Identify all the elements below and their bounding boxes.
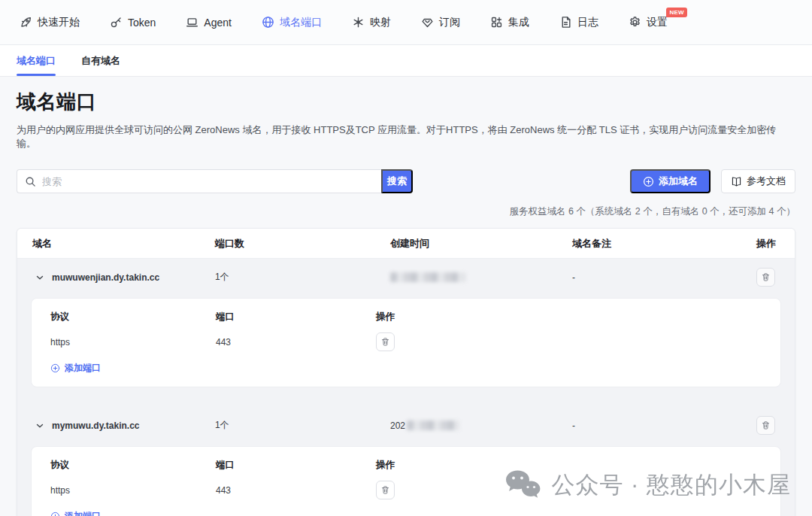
sub-col-protocol: 协议 [50, 311, 216, 332]
button-label: 参考文档 [747, 175, 786, 188]
table-body: muwuwenjian.dy.takin.cc 1个 - 协议 端口 [17, 259, 795, 516]
col-header-actions: 操作 [756, 237, 780, 250]
main-content: 域名端口 为用户的内网应用提供全球可访问的公网 ZeroNews 域名，用于接收… [0, 77, 812, 516]
secondary-tab-bar: 域名端口 自有域名 [0, 45, 812, 77]
table-header-row: 域名 端口数 创建时间 域名备注 操作 [17, 229, 795, 259]
globe-icon [262, 16, 274, 29]
add-port-link[interactable]: 添加端口 [50, 362, 101, 375]
nav-label: 快速开始 [38, 16, 80, 29]
chevron-down-icon[interactable] [35, 420, 45, 431]
tab-own-domains[interactable]: 自有域名 [81, 45, 120, 76]
plus-circle-icon [643, 176, 654, 187]
key-icon [110, 16, 123, 29]
domain-remark: - [572, 272, 756, 283]
rocket-icon [20, 16, 32, 29]
add-port-label: 添加端口 [65, 362, 101, 375]
delete-domain-button[interactable] [756, 268, 775, 287]
port-sub-table: 协议 端口 操作 https 443 [31, 446, 781, 516]
table-row: mymuwu.dy.takin.cc 1个 202 - [17, 407, 795, 442]
button-label: 添加域名 [659, 175, 698, 188]
domain-cell: muwuwenjian.dy.takin.cc [32, 272, 215, 283]
gear-icon [629, 16, 641, 29]
subscribe-icon [421, 16, 434, 29]
add-port-link[interactable]: 添加端口 [50, 510, 101, 516]
port-number: 443 [216, 485, 376, 503]
laptop-icon [186, 16, 198, 29]
col-header-port-count: 端口数 [215, 237, 390, 250]
delete-port-button[interactable] [376, 332, 395, 351]
search-icon [25, 176, 36, 187]
plus-circle-icon [50, 511, 60, 516]
reference-docs-button[interactable]: 参考文档 [721, 169, 795, 193]
page-description: 为用户的内网应用提供全球可访问的公网 ZeroNews 域名，用于接收 HTTP… [17, 123, 795, 150]
domain-name: muwuwenjian.dy.takin.cc [52, 272, 159, 283]
search-button[interactable]: 搜索 [381, 169, 413, 193]
nav-label: Token [128, 17, 156, 29]
search-group: 搜索 [17, 169, 413, 193]
integration-icon [490, 16, 503, 29]
chevron-down-icon[interactable] [35, 272, 45, 283]
new-badge: NEW [666, 8, 687, 17]
domain-table: 域名 端口数 创建时间 域名备注 操作 muwuwenjian.dy.takin… [17, 228, 795, 516]
nav-item-mapping[interactable]: 映射 [352, 16, 391, 29]
nav-label: 日志 [577, 16, 598, 29]
top-navigation: 快速开始 Token Agent 域名端口 映射 订阅 集成 [0, 0, 812, 45]
port-protocol: https [50, 337, 216, 355]
book-icon [731, 176, 742, 187]
search-box [17, 169, 381, 193]
nav-label: Agent [204, 17, 232, 29]
tab-label: 自有域名 [81, 54, 120, 68]
delete-port-button[interactable] [376, 481, 395, 499]
port-count: 1个 [215, 271, 390, 284]
sub-col-actions: 操作 [376, 311, 780, 332]
tab-label: 域名端口 [17, 54, 56, 68]
sub-col-port: 端口 [216, 459, 376, 481]
log-icon [559, 16, 572, 29]
created-at-partial: 202 [390, 420, 405, 431]
domain-quota-text: 服务权益域名 6 个（系统域名 2 个，自有域名 0 个，还可添加 4 个） [17, 205, 795, 218]
mapping-icon [352, 16, 365, 29]
delete-domain-button[interactable] [756, 416, 775, 435]
plus-circle-icon [50, 363, 60, 373]
created-at-cell: 202 [390, 420, 572, 431]
search-input[interactable] [42, 176, 374, 187]
redacted-created-at [390, 272, 465, 282]
nav-item-settings[interactable]: 设置 NEW [629, 16, 668, 29]
tab-domain-ports[interactable]: 域名端口 [17, 45, 56, 76]
port-count: 1个 [215, 419, 390, 432]
col-header-domain: 域名 [32, 237, 215, 250]
add-domain-button[interactable]: 添加域名 [630, 169, 710, 193]
nav-item-integration[interactable]: 集成 [490, 16, 529, 29]
add-port-label: 添加端口 [65, 510, 101, 516]
col-header-remark: 域名备注 [572, 237, 756, 250]
port-number: 443 [216, 337, 376, 355]
nav-label: 映射 [370, 16, 391, 29]
sub-col-protocol: 协议 [50, 459, 216, 481]
nav-item-logs[interactable]: 日志 [559, 16, 598, 29]
nav-item-agent[interactable]: Agent [186, 16, 232, 29]
nav-item-domain-ports[interactable]: 域名端口 [262, 16, 322, 29]
nav-item-subscription[interactable]: 订阅 [421, 16, 460, 29]
domain-cell: mymuwu.dy.takin.cc [32, 420, 215, 431]
nav-item-token[interactable]: Token [110, 16, 156, 29]
created-at-cell [390, 272, 572, 282]
page-title: 域名端口 [17, 89, 795, 115]
table-row: muwuwenjian.dy.takin.cc 1个 - [17, 259, 795, 294]
nav-label: 设置 [647, 16, 668, 29]
port-protocol: https [50, 485, 216, 503]
nav-label: 域名端口 [280, 16, 322, 29]
toolbar: 搜索 添加域名 参考文档 [17, 169, 795, 193]
domain-remark: - [572, 420, 756, 431]
port-sub-table: 协议 端口 操作 https 443 [31, 298, 781, 387]
nav-label: 集成 [508, 16, 529, 29]
redacted-created-at [407, 420, 459, 430]
col-header-created-at: 创建时间 [390, 237, 572, 250]
nav-item-quick-start[interactable]: 快速开始 [20, 16, 80, 29]
nav-label: 订阅 [439, 16, 460, 29]
sub-col-actions: 操作 [376, 459, 780, 481]
domain-name: mymuwu.dy.takin.cc [52, 420, 139, 431]
sub-col-port: 端口 [216, 311, 376, 332]
